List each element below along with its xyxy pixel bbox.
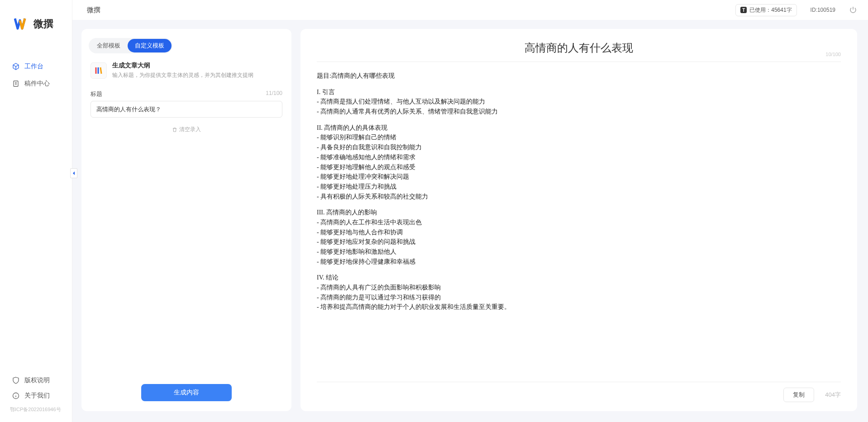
output-line: - 能够更好地处理冲突和解决问题: [317, 172, 841, 182]
output-line: - 能够更好地影响和激励他人: [317, 247, 841, 257]
output-line: - 高情商的能力是可以通过学习和练习获得的: [317, 293, 841, 303]
info-icon: [12, 392, 20, 400]
sidebar-item-about[interactable]: 关于我们: [0, 388, 72, 403]
tab-custom-templates[interactable]: 自定义模板: [128, 39, 172, 52]
sidebar-nav: 工作台 稿件中心: [0, 58, 72, 373]
copy-button[interactable]: 复制: [783, 388, 814, 402]
content: 全部模板 自定义模板 生成文章大纲 输入标题，为你提供文章主体的灵感，并为其创建…: [72, 20, 868, 422]
logo-text: 微撰: [33, 17, 53, 31]
sidebar: 微撰 工作台 稿件中心: [0, 0, 72, 422]
output-line: I. 引言: [317, 87, 841, 97]
chevron-left-icon: [72, 171, 76, 175]
output-line: - 能够更好地处理压力和挑战: [317, 182, 841, 192]
usage-pill[interactable]: T 已使用： 45641字: [735, 4, 796, 16]
output-line: - 高情商是指人们处理情绪、与他人互动以及解决问题的能力: [317, 97, 841, 107]
sidebar-item-label: 关于我们: [24, 392, 50, 400]
output-line: - 能够识别和理解自己的情绪: [317, 133, 841, 142]
usage-value: 45641字: [771, 6, 792, 14]
output-line: - 能够更好地理解他人的观点和感受: [317, 162, 841, 172]
title-label: 标题: [91, 90, 102, 98]
icp-text: 鄂ICP备2022016946号: [0, 403, 72, 417]
usage-label: 已使用：: [749, 6, 771, 14]
title-input[interactable]: [91, 101, 282, 118]
template-card: 生成文章大纲 输入标题，为你提供文章主体的灵感，并为其创建推文提纲: [81, 53, 291, 85]
output-line: - 能够更好地与他人合作和协调: [317, 228, 841, 237]
page-title: 微撰: [87, 6, 100, 14]
template-title: 生成文章大纲: [112, 62, 253, 70]
sidebar-item-label: 版权说明: [24, 376, 50, 384]
sidebar-item-workbench[interactable]: 工作台: [0, 58, 72, 75]
user-id: ID:100519: [811, 7, 835, 13]
output-line: IV. 结论: [317, 273, 841, 283]
output-line: II. 高情商的人的具体表现: [317, 123, 841, 133]
document-icon: [12, 80, 20, 88]
sidebar-item-label: 稿件中心: [24, 80, 50, 88]
output-line: - 能够更好地应对复杂的问题和挑战: [317, 237, 841, 247]
sidebar-item-label: 工作台: [24, 62, 43, 71]
output-line: - 能够更好地保持心理健康和幸福感: [317, 257, 841, 267]
output-line: - 具备良好的自我意识和自我控制能力: [317, 142, 841, 152]
trash-icon: [172, 127, 177, 133]
topbar: 微撰 T 已使用： 45641字 ID:100519: [72, 0, 868, 20]
sidebar-item-manuscripts[interactable]: 稿件中心: [0, 75, 72, 92]
sidebar-item-copyright[interactable]: 版权说明: [0, 373, 72, 388]
svg-rect-0: [14, 81, 18, 86]
output-line: III. 高情商的人的影响: [317, 208, 841, 218]
template-icon: [91, 62, 107, 79]
input-panel: 全部模板 自定义模板 生成文章大纲 输入标题，为你提供文章主体的灵感，并为其创建…: [81, 29, 291, 411]
power-icon[interactable]: [849, 6, 857, 14]
shield-icon: [12, 376, 20, 384]
cube-icon: [12, 62, 20, 71]
output-body[interactable]: 题目:高情商的人有哪些表现I. 引言- 高情商是指人们处理情绪、与他人互动以及解…: [317, 62, 841, 312]
tab-all-templates[interactable]: 全部模板: [90, 39, 128, 52]
output-counter: 10/100: [825, 52, 841, 57]
word-count: 404字: [825, 391, 841, 399]
output-line: - 具有积极的人际关系和较高的社交能力: [317, 192, 841, 202]
template-tabs: 全部模板 自定义模板: [89, 38, 172, 53]
sidebar-bottom: 版权说明 关于我们 鄂ICP备2022016946号: [0, 373, 72, 417]
main: 微撰 T 已使用： 45641字 ID:100519 全部模板 自定义模板: [72, 0, 868, 422]
title-counter: 11/100: [266, 90, 282, 98]
form-section: 标题 11/100 清空录入: [81, 85, 291, 133]
output-header: 高情商的人有什么表现 10/100: [317, 41, 841, 62]
generate-button[interactable]: 生成内容: [141, 384, 232, 401]
output-line: - 高情商的人通常具有优秀的人际关系、情绪管理和自我意识能力: [317, 107, 841, 117]
output-title: 高情商的人有什么表现: [317, 41, 841, 55]
clear-input-button[interactable]: 清空录入: [91, 126, 282, 133]
output-line: - 培养和提高高情商的能力对于个人的职业发展和生活质量至关重要。: [317, 302, 841, 312]
output-line: - 高情商的人具有广泛的负面影响和积极影响: [317, 283, 841, 293]
template-desc: 输入标题，为你提供文章主体的灵感，并为其创建推文提纲: [112, 71, 253, 79]
output-line: - 高情商的人在工作和生活中表现出色: [317, 218, 841, 228]
output-panel: 高情商的人有什么表现 10/100 题目:高情商的人有哪些表现I. 引言- 高情…: [300, 29, 857, 411]
sidebar-collapse-handle[interactable]: [70, 168, 77, 178]
output-footer: 复制 404字: [317, 382, 841, 402]
app-logo: 微撰: [0, 0, 72, 40]
logo-icon: [14, 17, 30, 31]
text-badge-icon: T: [740, 7, 747, 13]
output-line: 题目:高情商的人有哪些表现: [317, 71, 841, 81]
clear-label: 清空录入: [179, 126, 201, 133]
output-line: - 能够准确地感知他人的情绪和需求: [317, 152, 841, 162]
